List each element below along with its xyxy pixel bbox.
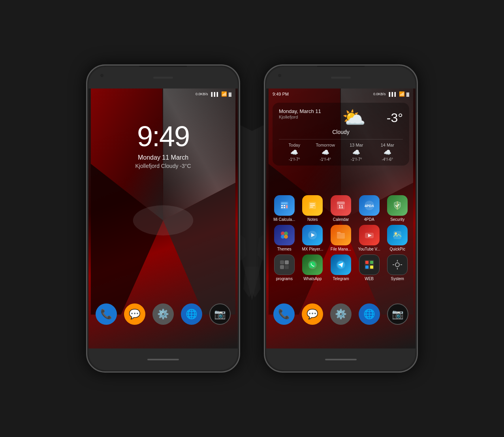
security-icon[interactable]: [387, 195, 408, 216]
app-security[interactable]: Security: [384, 195, 411, 222]
app-calendar[interactable]: 11 Calendar: [327, 195, 354, 222]
camera-dot-2: [278, 74, 281, 77]
security-label: Security: [390, 217, 404, 222]
svg-rect-41: [280, 265, 284, 269]
app-notes[interactable]: Notes: [299, 195, 326, 222]
svg-text:11: 11: [339, 204, 343, 209]
phone2-screen-area[interactable]: 9:49 PM 0.0KB/s ▌▌▌ 📶 ▓ Monday, March 11…: [266, 89, 416, 348]
svg-rect-49: [365, 261, 369, 264]
app-whatsapp[interactable]: WhatsApp: [299, 254, 326, 281]
app-4pda[interactable]: 4PDA 4PDA: [356, 195, 383, 222]
svg-rect-23: [337, 202, 345, 204]
dock2-camera-icon[interactable]: 📷: [387, 303, 408, 325]
lock-screen-weather: Kjollefjord Cloudy -3°C: [135, 163, 191, 169]
volume-up-button[interactable]: [239, 121, 240, 141]
volume-down-button[interactable]: [239, 145, 240, 164]
telegram-icon[interactable]: [331, 254, 351, 275]
youtube-label: YouTube V...: [358, 247, 380, 251]
phone2-screen: 9:49 PM 0.0KB/s ▌▌▌ 📶 ▓ Monday, March 11…: [266, 67, 416, 370]
speed-indicator: 0.0KB/s: [196, 92, 208, 96]
weather-icon: ⛅: [342, 108, 366, 127]
svg-rect-15: [284, 205, 285, 206]
quickpic-icon[interactable]: [387, 225, 408, 245]
dock-phone-icon[interactable]: 📞: [96, 303, 117, 325]
forecast-day4-label: 14 Mar: [381, 143, 394, 147]
forecast-tomorrow-icon: ☁️: [322, 149, 329, 156]
forecast-day3-temp: -1°/-7°: [351, 157, 362, 162]
weather-forecast: Today ☁️ -1°/-7° Tomorrow ☁️ -1°/-4° 13 …: [279, 139, 403, 162]
calendar-icon[interactable]: 11: [331, 195, 351, 216]
dock2-settings-icon[interactable]: ⚙️: [330, 303, 352, 325]
phone-lockscreen: 0.0KB/s ▌▌▌ 📶 ▓ 9:49 Monday 11 March Kjo…: [86, 64, 240, 373]
forecast-today-label: Today: [289, 143, 300, 147]
dock2-phone-icon[interactable]: 📞: [273, 303, 295, 325]
forecast-day4-temp: -4°/-6°: [382, 157, 393, 162]
volume-up-button-2[interactable]: [417, 121, 418, 141]
dock-settings-icon[interactable]: ⚙️: [152, 303, 174, 325]
programs-label: programs: [276, 277, 293, 281]
app-system[interactable]: System: [384, 254, 411, 281]
filemanager-label: File Mana...: [331, 247, 351, 251]
wifi-icon-2: 📶: [399, 91, 405, 97]
dock2-globe-icon[interactable]: 🌐: [359, 303, 380, 325]
system-icon[interactable]: [387, 254, 408, 275]
programs-icon[interactable]: [274, 254, 295, 275]
lock-screen-date: Monday 11 March: [138, 154, 188, 161]
dock-globe-icon[interactable]: 🌐: [181, 303, 202, 325]
weather-location-info: Monday, March 11 Kjollefjord: [279, 108, 321, 119]
app-filemanager[interactable]: File Mana...: [327, 225, 354, 251]
quickpic-label: QuickPic: [389, 247, 405, 251]
app-web[interactable]: WEB: [356, 254, 383, 281]
phone2-top-frame: [266, 67, 416, 89]
dock-camera-icon[interactable]: 📷: [209, 303, 231, 325]
weather-condition: Cloudy: [279, 129, 403, 135]
phone2-dock: 📞 💬 ⚙️ 🌐 📷: [266, 303, 416, 325]
signal-icon-2: ▌▌▌: [389, 92, 397, 96]
4pda-icon[interactable]: 4PDA: [359, 195, 380, 216]
themes-icon[interactable]: [274, 225, 295, 245]
speaker-grill: [153, 77, 173, 79]
notes-icon[interactable]: [302, 195, 323, 216]
weather-widget: Monday, March 11 Kjollefjord ⛅ -3° Cloud…: [273, 103, 409, 166]
home-indicator-2[interactable]: [325, 359, 357, 360]
status-icons: 0.0KB/s ▌▌▌ 📶 ▓: [196, 91, 231, 97]
app-telegram[interactable]: Telegram: [327, 254, 354, 281]
notes-label: Notes: [307, 217, 318, 222]
app-mxplayer[interactable]: MX Player...: [299, 225, 326, 251]
power-button[interactable]: [86, 129, 87, 156]
dock2-message-icon[interactable]: 💬: [302, 303, 323, 325]
phone1-screen-area[interactable]: 0.0KB/s ▌▌▌ 📶 ▓ 9:49 Monday 11 March Kjo…: [88, 89, 238, 348]
youtube-icon[interactable]: [359, 225, 380, 245]
forecast-today-temp: -1°/-7°: [289, 157, 300, 162]
svg-point-31: [284, 235, 288, 239]
status-time: 9:49 PM: [273, 92, 289, 96]
app-calculator[interactable]: Mi Calcula...: [271, 195, 298, 222]
forecast-tomorrow-temp: -1°/-4°: [320, 157, 331, 162]
app-themes[interactable]: Themes: [271, 225, 298, 251]
filemanager-icon[interactable]: [331, 225, 351, 245]
app-youtube[interactable]: YouTube V...: [356, 225, 383, 251]
svg-rect-39: [280, 260, 284, 264]
camera-dot: [100, 74, 103, 77]
app-programs[interactable]: programs: [271, 254, 298, 281]
calculator-icon[interactable]: [274, 195, 295, 216]
svg-rect-50: [370, 261, 373, 264]
forecast-day4-icon: ☁️: [384, 149, 391, 156]
themes-label: Themes: [277, 247, 291, 251]
home-indicator[interactable]: [147, 359, 179, 360]
web-icon[interactable]: [359, 254, 380, 275]
status-icons-2: 0.0KB/s ▌▌▌ 📶 ▓: [373, 91, 409, 97]
forecast-day4: 14 Mar ☁️ -4°/-6°: [372, 143, 403, 162]
phone-homescreen: 9:49 PM 0.0KB/s ▌▌▌ 📶 ▓ Monday, March 11…: [264, 64, 418, 373]
app-quickpic[interactable]: QuickPic: [384, 225, 411, 251]
volume-down-button-2[interactable]: [417, 145, 418, 164]
whatsapp-icon[interactable]: [302, 254, 323, 275]
mxplayer-icon[interactable]: [302, 225, 323, 245]
svg-rect-34: [337, 234, 345, 239]
dock-message-icon[interactable]: 💬: [124, 303, 145, 325]
power-button-2[interactable]: [264, 129, 265, 156]
system-label: System: [391, 277, 404, 281]
svg-rect-51: [365, 266, 369, 269]
svg-rect-52: [370, 266, 373, 269]
svg-text:4PDA: 4PDA: [365, 204, 374, 208]
